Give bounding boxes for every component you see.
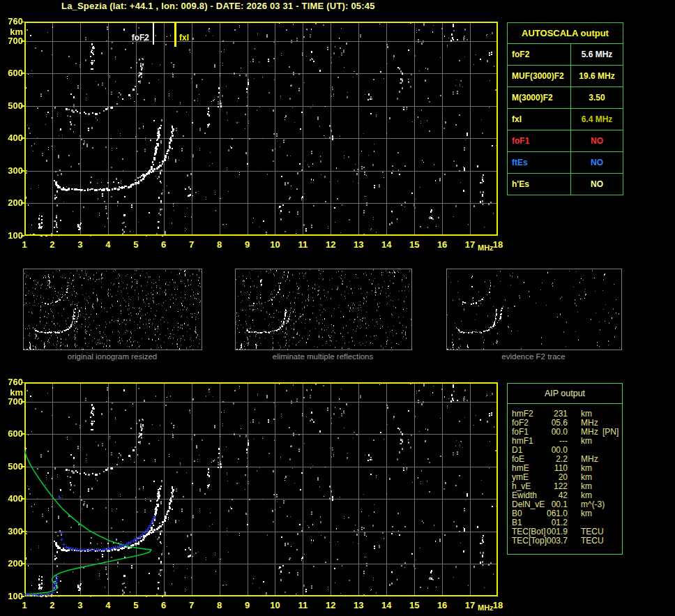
y-tick-label: 100 [3, 592, 23, 601]
x-tick-label: 15 [409, 601, 419, 610]
x-tick-label: 16 [437, 240, 447, 250]
autoscala-output-table: AUTOSCALA output foF2 5.6 MHz MUF(3000)F… [507, 22, 623, 195]
thumbnail-canvas [447, 269, 621, 350]
aip-table-header: AIP output [508, 384, 622, 404]
autoscala-row-label: M(3000)F2 [508, 87, 571, 108]
x-tick-label: 9 [245, 601, 250, 610]
x-tick-label: 14 [381, 240, 391, 250]
x-tick-label: 13 [354, 240, 363, 250]
y-tick-label: 500 [3, 101, 23, 111]
x-tick-label: 2 [50, 601, 54, 610]
table-row: foF2 5.6 MHz [508, 44, 623, 66]
x-tick-label: 12 [326, 601, 335, 610]
autoscala-row-value: NO [571, 174, 623, 195]
aip-output-table: AIP output hmF2231kmfoF205.6MHzfoF100.0M… [507, 383, 623, 555]
bottom-ionogram-canvas [20, 382, 499, 597]
y-tick-label: 300 [3, 527, 23, 536]
autoscala-row-value: 5.6 MHz [571, 44, 623, 65]
table-row: h'Es NO [508, 174, 623, 195]
bottom-y-axis-unit: km [3, 388, 23, 398]
y-tick-label: 600 [3, 68, 23, 78]
x-tick-label: 3 [77, 240, 82, 250]
y-tick-label: 400 [3, 494, 23, 504]
autoscala-row-label: foF1 [508, 130, 571, 151]
x-tick-label: 3 [77, 601, 82, 610]
x-tick-label: 4 [105, 240, 110, 250]
autoscala-row-label: fxI [508, 109, 571, 130]
x-tick-label: 13 [354, 601, 363, 610]
x-tick-label: 18 [493, 240, 503, 250]
top-y-axis-unit: km [3, 27, 23, 37]
x-tick-label: 14 [381, 601, 391, 610]
x-tick-label: 5 [133, 240, 138, 250]
thumbnail-caption: eliminate multiple reflections [273, 352, 373, 361]
x-tick-label: 16 [437, 601, 447, 610]
y-tick-label: 760 [3, 17, 23, 27]
x-tick-label: 7 [189, 240, 194, 250]
y-tick-label: 300 [3, 166, 23, 176]
x-tick-label: 18 [493, 601, 503, 610]
x-tick-label: 9 [245, 240, 250, 250]
aip-table-row: TEC[Top]003.7TECU [508, 536, 622, 546]
table-row: fxI 6.4 MHz [508, 109, 623, 130]
thumbnail-caption: evidence F2 trace [501, 352, 565, 361]
top-x-axis-unit: MHz [478, 243, 494, 252]
x-tick-label: 17 [465, 240, 475, 250]
aip-row-value: 003.7 [536, 536, 568, 546]
x-tick-label: 11 [298, 240, 308, 250]
x-tick-label: 5 [133, 601, 138, 610]
autoscala-row-label: ftEs [508, 152, 571, 173]
y-tick-label: 760 [3, 377, 23, 387]
y-tick-label: 600 [3, 429, 23, 439]
autoscala-row-label: h'Es [508, 174, 571, 195]
table-row: M(3000)F2 3.50 [508, 87, 623, 109]
y-tick-label: 200 [3, 198, 23, 208]
x-tick-label: 6 [161, 601, 166, 610]
x-tick-label: 2 [50, 240, 54, 250]
page-title: La_Spezia (lat: +44.1 , lon: 009.8) - DA… [61, 1, 375, 11]
y-tick-label: 700 [3, 36, 23, 46]
autoscala-row-value: NO [571, 152, 623, 173]
aip-row-unit: km [581, 509, 592, 518]
top-ionogram-canvas [20, 22, 499, 236]
x-tick-label: 17 [465, 601, 475, 610]
aip-table-body: hmF2231kmfoF205.6MHzfoF100.0MHz[PN]hmF1-… [508, 410, 622, 546]
x-tick-label: 8 [217, 601, 222, 610]
autoscala-row-value: 19.6 MHz [571, 66, 623, 87]
thumbnail-canvas [236, 269, 411, 350]
y-tick-label: 200 [3, 559, 23, 569]
autoscala-row-value: 6.4 MHz [571, 109, 623, 130]
x-tick-label: 1 [22, 601, 26, 610]
aip-row-note: [PN] [602, 428, 619, 437]
autoscala-row-label: foF2 [508, 44, 571, 65]
y-tick-label: 700 [3, 397, 23, 407]
y-tick-label: 500 [3, 462, 23, 472]
table-row: ftEs NO [508, 152, 623, 174]
thumbnail-caption: original ionogram resized [68, 352, 157, 361]
x-tick-label: 8 [217, 240, 222, 250]
table-row: MUF(3000)F2 19.6 MHz [508, 66, 623, 87]
y-tick-label: 400 [3, 133, 23, 143]
x-tick-label: 12 [326, 240, 335, 250]
x-tick-label: 15 [409, 240, 419, 250]
autoscala-screen: La_Spezia (lat: +44.1 , lon: 009.8) - DA… [0, 0, 675, 616]
autoscala-row-value: NO [571, 130, 623, 151]
table-row: foF1 NO [508, 130, 623, 152]
autoscala-table-header: AUTOSCALA output [508, 23, 623, 44]
x-tick-label: 7 [189, 601, 194, 610]
x-tick-label: 1 [22, 240, 26, 250]
bottom-x-axis-unit: MHz [478, 603, 494, 612]
aip-row-unit: km [581, 437, 592, 446]
thumbnail-canvas [24, 269, 202, 350]
thumbnail-eliminate-reflections [235, 269, 412, 350]
y-tick-label: 100 [3, 231, 23, 241]
x-tick-label: 10 [270, 601, 280, 610]
x-tick-label: 11 [298, 601, 308, 610]
aip-row-unit: TECU [581, 536, 604, 546]
thumbnail-original-ionogram [23, 269, 202, 350]
autoscala-row-value: 3.50 [571, 87, 623, 108]
autoscala-row-label: MUF(3000)F2 [508, 66, 571, 87]
x-tick-label: 4 [105, 601, 110, 610]
x-tick-label: 6 [161, 240, 166, 250]
thumbnail-evidence-f2-trace [446, 269, 622, 350]
